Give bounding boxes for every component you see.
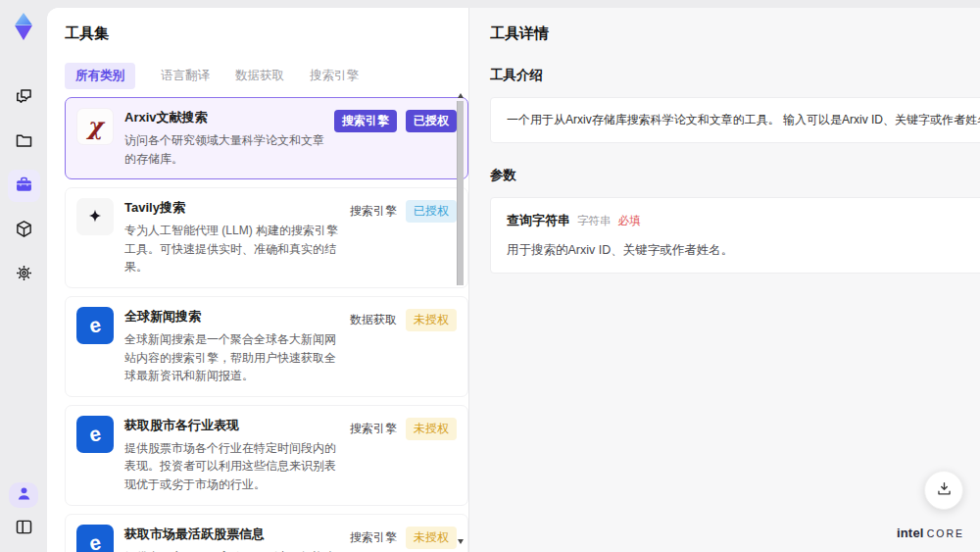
tool-name: Tavily搜索 xyxy=(124,199,342,217)
tool-description: 提供股票市场各个行业在特定时间段内的表现。投资者可以利用这些信息来识别表现优于或… xyxy=(124,439,342,494)
tool-list: χ Arxiv文献搜索 访问各个研究领域大量科学论文和文章的存储库。 搜索引擎 … xyxy=(65,97,468,552)
tool-detail-panel: 工具详情 工具介绍 一个用于从Arxiv存储库搜索科学论文和文章的工具。 输入可… xyxy=(468,8,980,552)
tool-description: 专为人工智能代理 (LLM) 构建的搜索引擎工具。可快速提供实时、准确和真实的结… xyxy=(124,222,342,276)
category-label: 搜索引擎 xyxy=(350,203,397,220)
rail-nav xyxy=(8,81,40,290)
sidebar-item-chat[interactable] xyxy=(8,81,40,114)
page-title: 工具集 xyxy=(65,25,468,43)
tool-description: 访问各个研究领域大量科学论文和文章的存储库。 xyxy=(124,131,326,168)
four-point-star-icon xyxy=(76,198,114,235)
sidebar-item-models[interactable] xyxy=(8,214,40,246)
sidebar-item-collapse[interactable] xyxy=(8,512,40,544)
sidebar-item-settings[interactable] xyxy=(8,258,40,290)
sidebar-item-files[interactable] xyxy=(8,125,40,158)
tool-description: 提供当天交易量最高的股票列表。投资者可以利用这些信息来识别流动性强的股票和潜在的… xyxy=(124,548,342,552)
tool-card-tavily[interactable]: Tavily搜索 专为人工智能代理 (LLM) 构建的搜索引擎工具。可快速提供实… xyxy=(65,187,468,288)
sidebar-item-profile[interactable] xyxy=(9,482,38,508)
scrollbar-thumb[interactable] xyxy=(457,101,464,285)
download-button[interactable] xyxy=(924,471,963,510)
brand-core: CORE xyxy=(927,527,964,539)
chat-icon xyxy=(14,86,34,110)
tool-card-sector-performance[interactable]: e 获取股市各行业表现 提供股票市场各个行业在特定时间段内的表现。投资者可以利用… xyxy=(65,405,468,506)
blue-news-icon: e xyxy=(76,307,114,344)
params-heading: 参数 xyxy=(490,167,980,184)
category-tabs: 所有类别 语言翻译 数据获取 搜索引擎 xyxy=(65,63,468,88)
app-logo xyxy=(7,9,40,44)
main-shell: 工具集 所有类别 语言翻译 数据获取 搜索引擎 χ Arxiv文献搜索 访问各个… xyxy=(47,8,980,552)
param-name: 查询字符串 xyxy=(507,211,570,231)
rail-bottom xyxy=(8,482,40,544)
cube-icon xyxy=(14,219,34,242)
tab-language-translation[interactable]: 语言翻译 xyxy=(161,68,210,84)
arxiv-chi-icon: χ xyxy=(76,108,114,145)
intro-box: 一个用于从Arxiv存储库搜索科学论文和文章的工具。 输入可以是Arxiv ID… xyxy=(490,97,980,143)
download-icon xyxy=(935,479,954,501)
tool-name: 获取市场最活跃股票信息 xyxy=(124,526,342,543)
auth-status-badge: 未授权 xyxy=(406,527,457,549)
param-required-badge: 必填 xyxy=(618,212,641,229)
auth-status-badge: 已授权 xyxy=(406,110,457,132)
auth-status-badge: 已授权 xyxy=(406,200,457,223)
intro-heading: 工具介绍 xyxy=(490,67,980,84)
gear-icon xyxy=(14,263,34,286)
param-description: 用于搜索的Arxiv ID、关键字或作者姓名。 xyxy=(507,240,980,260)
tab-search-engine[interactable]: 搜索引擎 xyxy=(310,68,359,84)
auth-status-badge: 未授权 xyxy=(406,418,457,440)
tool-list-panel: 工具集 所有类别 语言翻译 数据获取 搜索引擎 χ Arxiv文献搜索 访问各个… xyxy=(47,8,468,552)
tool-name: 全球新闻搜索 xyxy=(124,308,342,326)
blue-news-icon: e xyxy=(76,525,114,552)
layout-icon xyxy=(14,517,34,540)
toolbox-icon xyxy=(14,175,34,198)
tool-name: Arxiv文献搜索 xyxy=(124,109,326,126)
brand-intel: intel xyxy=(897,526,924,540)
intel-core-logo: intel CORE xyxy=(897,526,964,540)
scroll-up-icon[interactable] xyxy=(458,93,464,98)
intro-text: 一个用于从Arxiv存储库搜索科学论文和文章的工具。 输入可以是Arxiv ID… xyxy=(507,111,980,129)
tool-description: 全球新闻搜索是一个聚合全球各大新闻网站内容的搜索引擎，帮助用户快速获取全球最新资… xyxy=(124,330,342,385)
detail-title: 工具详情 xyxy=(490,25,980,43)
category-label: 搜索引擎 xyxy=(350,421,397,437)
category-label: 数据获取 xyxy=(350,312,397,328)
scrollbar[interactable] xyxy=(456,91,466,546)
tool-name: 获取股市各行业表现 xyxy=(124,417,342,434)
param-type: 字符串 xyxy=(577,212,612,229)
tool-card-global-news[interactable]: e 全球新闻搜索 全球新闻搜索是一个聚合全球各大新闻网站内容的搜索引擎，帮助用户… xyxy=(65,296,468,397)
tool-card-arxiv[interactable]: χ Arxiv文献搜索 访问各个研究领域大量科学论文和文章的存储库。 搜索引擎 … xyxy=(65,97,468,179)
folder-icon xyxy=(14,130,34,154)
tool-card-most-active-stocks[interactable]: e 获取市场最活跃股票信息 提供当天交易量最高的股票列表。投资者可以利用这些信息… xyxy=(65,514,468,552)
blue-news-icon: e xyxy=(76,416,114,453)
user-icon xyxy=(15,484,33,506)
scroll-down-icon[interactable] xyxy=(458,539,464,544)
auth-status-badge: 未授权 xyxy=(406,309,457,331)
tab-data-acquisition[interactable]: 数据获取 xyxy=(235,68,284,84)
category-label: 搜索引擎 xyxy=(350,529,397,546)
parameter-box: 查询字符串 字符串 必填 用于搜索的Arxiv ID、关键字或作者姓名。 xyxy=(490,197,980,274)
tab-all-categories[interactable]: 所有类别 xyxy=(65,63,135,89)
sidebar-item-tools[interactable] xyxy=(8,170,40,202)
left-rail xyxy=(0,0,47,552)
category-badge: 搜索引擎 xyxy=(334,110,397,132)
